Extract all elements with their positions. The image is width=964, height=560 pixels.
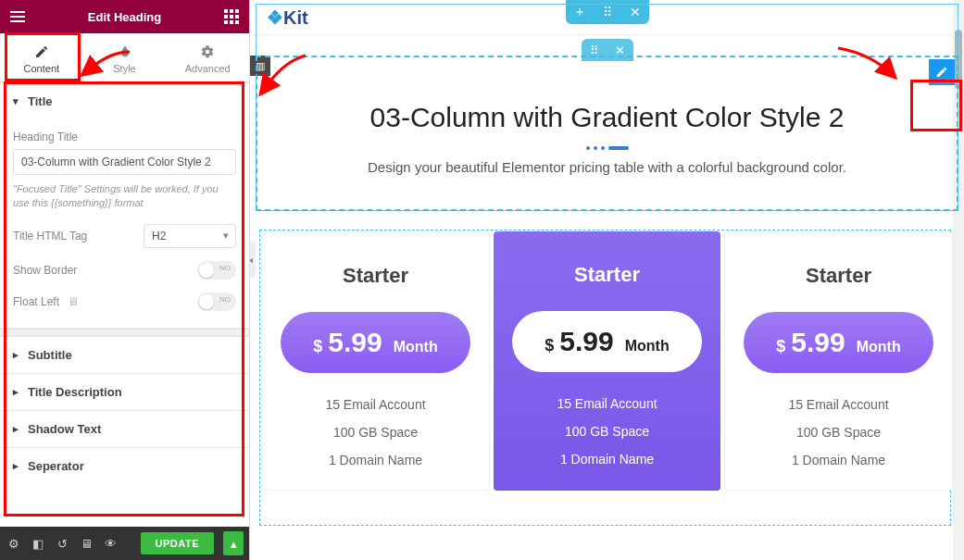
section-title-body: Heading Title "Focused Title" Settings w… <box>0 119 249 328</box>
annotation-highlight <box>5 32 81 81</box>
editor-panel: Edit Heading Content Style Advanced ▾ Ti… <box>0 0 250 560</box>
pricing-card[interactable]: Starter $ 5.99 Month 15 Email Account 10… <box>261 231 490 491</box>
section-title-header[interactable]: ▾ Title <box>0 83 249 119</box>
heading-title-hint: "Focused Title" Settings will be worked,… <box>13 182 236 211</box>
currency: $ <box>545 336 554 355</box>
panel-header: Edit Heading <box>0 0 249 33</box>
period: Month <box>625 338 670 355</box>
toggle-state: NO <box>219 295 231 304</box>
navigator-icon[interactable]: ◧ <box>30 537 46 551</box>
section-shadow-text[interactable]: ▸ Shadow Text <box>0 410 249 447</box>
settings-icon[interactable]: ⚙ <box>6 537 22 551</box>
show-border-label: Show Border <box>13 264 77 277</box>
show-border-toggle[interactable]: NO <box>197 261 236 280</box>
responsive-mode-icon[interactable]: 🖥 <box>78 537 94 551</box>
price-pill: $ 5.99 Month <box>281 312 470 373</box>
droplet-icon <box>118 44 132 59</box>
heading-text: 03-Column with Gradient Color Style 2 <box>257 102 957 133</box>
feature: 15 Email Account <box>734 397 943 412</box>
amount: 5.99 <box>328 327 382 358</box>
pricing-row: Starter $ 5.99 Month 15 Email Account 10… <box>261 231 953 491</box>
heading-title-label: Heading Title <box>13 131 236 143</box>
toggle-knob <box>199 263 214 278</box>
heading-widget[interactable]: 03-Column with Gradient Color Style 2 De… <box>256 56 958 211</box>
feature: 100 GB Space <box>271 425 480 440</box>
period: Month <box>394 339 438 355</box>
section-label: Title Description <box>28 385 122 399</box>
period: Month <box>857 339 901 355</box>
feature: 1 Domain Name <box>271 453 480 467</box>
widgets-grid-icon[interactable] <box>223 8 240 25</box>
select-value: H2 <box>144 224 236 248</box>
chevron-right-icon: ▸ <box>13 460 19 472</box>
panel-body: ▾ Title Heading Title "Focused Title" Se… <box>0 82 249 527</box>
feature: 1 Domain Name <box>734 453 943 467</box>
pricing-card-featured[interactable]: Starter $ 5.99 Month 15 Email Account 10… <box>494 231 720 491</box>
toggle-knob <box>199 294 214 309</box>
panel-collapse-handle[interactable]: ◂ <box>250 241 256 278</box>
html-tag-select[interactable]: H2 <box>144 224 236 248</box>
pricing-card[interactable]: Starter $ 5.99 Month 15 Email Account 10… <box>724 231 953 491</box>
menu-icon[interactable] <box>9 8 26 25</box>
edit-widget-button[interactable] <box>929 59 955 85</box>
section-divider <box>0 329 249 336</box>
float-left-label: Float Left 🖥 <box>13 295 79 308</box>
toggle-state: NO <box>219 264 231 272</box>
pencil-icon <box>935 66 948 79</box>
panel-footer: ⚙ ◧ ↺ 🖥 👁 UPDATE ▴ <box>0 527 249 560</box>
feature: 15 Email Account <box>503 396 711 411</box>
plan-name: Starter <box>734 264 943 288</box>
plan-name: Starter <box>503 263 711 287</box>
update-button[interactable]: UPDATE <box>141 532 214 554</box>
heading-description: Design your beautiful Elementor pricing … <box>257 159 957 175</box>
section-label: Shadow Text <box>28 422 101 436</box>
currency: $ <box>313 337 322 356</box>
tab-advanced[interactable]: Advanced <box>166 33 249 81</box>
feature: 15 Email Account <box>271 397 480 412</box>
feature: 100 GB Space <box>734 425 943 440</box>
section-title-description[interactable]: ▸ Title Description <box>0 373 249 410</box>
feature: 1 Domain Name <box>503 452 711 467</box>
price-pill: $ 5.99 Month <box>744 312 933 373</box>
responsive-icon[interactable]: 🖥 <box>68 295 79 308</box>
amount: 5.99 <box>791 327 845 358</box>
chevron-down-icon: ▾ <box>13 95 19 107</box>
chevron-right-icon: ▸ <box>13 349 19 361</box>
section-seperator[interactable]: ▸ Seperator <box>0 447 249 484</box>
section-title: ▾ Title Heading Title "Focused Title" Se… <box>0 82 249 329</box>
panel-title: Edit Heading <box>88 10 161 24</box>
section-label: Seperator <box>28 459 84 473</box>
preview-icon[interactable]: 👁 <box>102 537 119 551</box>
heading-underline <box>580 146 635 150</box>
currency: $ <box>776 337 785 356</box>
tab-label: Advanced <box>185 63 231 74</box>
tab-style[interactable]: Style <box>83 33 167 81</box>
plan-name: Starter <box>271 264 480 288</box>
gear-icon <box>200 44 215 59</box>
update-options-button[interactable]: ▴ <box>223 531 244 555</box>
price-pill: $ 5.99 Month <box>512 311 702 372</box>
float-left-toggle[interactable]: NO <box>197 292 236 311</box>
feature: 100 GB Space <box>503 424 711 439</box>
chevron-right-icon: ▸ <box>13 386 19 398</box>
section-label: Title <box>28 94 53 108</box>
html-tag-label: Title HTML Tag <box>13 230 87 243</box>
chevron-right-icon: ▸ <box>13 423 19 435</box>
section-label: Subtitle <box>28 348 72 362</box>
heading-title-input[interactable] <box>13 149 236 175</box>
section-subtitle[interactable]: ▸ Subtitle <box>0 336 249 373</box>
history-icon[interactable]: ↺ <box>54 537 70 551</box>
tab-label: Style <box>113 63 135 74</box>
amount: 5.99 <box>559 326 613 357</box>
preview-canvas: ❖Kit ＋ ⠿ ✕ ⠿ ✕ ▥ 03-Column with Gradient… <box>250 0 964 560</box>
